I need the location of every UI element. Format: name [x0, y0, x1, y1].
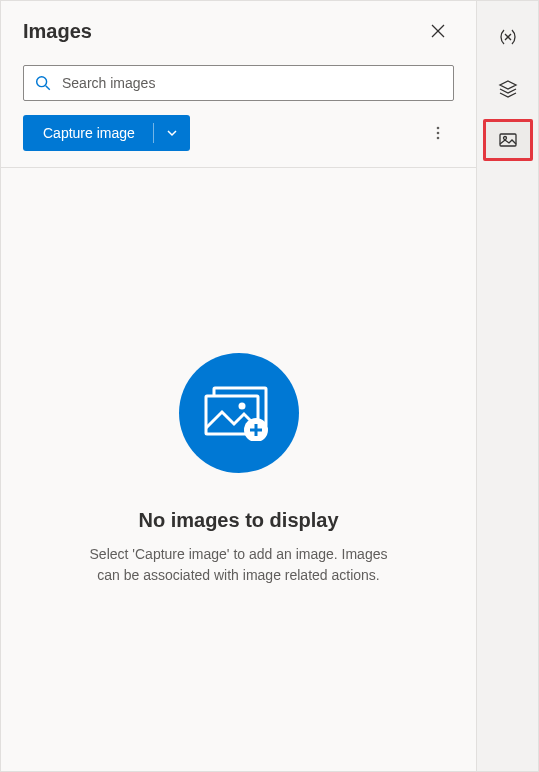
more-vertical-icon [430, 125, 446, 141]
empty-state-title: No images to display [138, 509, 338, 532]
image-icon [498, 130, 518, 150]
more-options-button[interactable] [422, 117, 454, 149]
sidebar-item-ui-elements[interactable] [486, 67, 530, 111]
panel-header: Images [1, 1, 476, 57]
close-button[interactable] [422, 15, 454, 47]
svg-point-2 [37, 77, 47, 87]
svg-point-9 [238, 402, 245, 409]
capture-image-button[interactable]: Capture image [23, 115, 153, 151]
chevron-down-icon [166, 127, 178, 139]
capture-dropdown-button[interactable] [154, 115, 190, 151]
search-icon [34, 74, 52, 92]
images-panel: Images Capture image [0, 0, 477, 772]
empty-state: No images to display Select 'Capture ima… [1, 167, 476, 771]
capture-split-button: Capture image [23, 115, 190, 151]
image-add-icon [204, 386, 274, 441]
svg-line-3 [46, 86, 50, 90]
search-container [1, 57, 476, 115]
svg-point-17 [503, 137, 506, 140]
empty-state-description: Select 'Capture image' to add an image. … [79, 544, 399, 586]
sidebar-item-images[interactable] [483, 119, 533, 161]
empty-state-icon-circle [179, 353, 299, 473]
search-box[interactable] [23, 65, 454, 101]
right-sidebar [477, 0, 539, 772]
svg-marker-15 [500, 81, 516, 89]
svg-point-6 [437, 137, 440, 140]
sidebar-item-variables[interactable] [486, 15, 530, 59]
toolbar: Capture image [1, 115, 476, 167]
svg-point-5 [437, 132, 440, 135]
layers-icon [498, 79, 518, 99]
svg-rect-16 [500, 134, 516, 146]
svg-point-4 [437, 127, 440, 130]
search-input[interactable] [62, 75, 443, 91]
variables-icon [498, 27, 518, 47]
close-icon [431, 24, 445, 38]
panel-title: Images [23, 20, 92, 43]
